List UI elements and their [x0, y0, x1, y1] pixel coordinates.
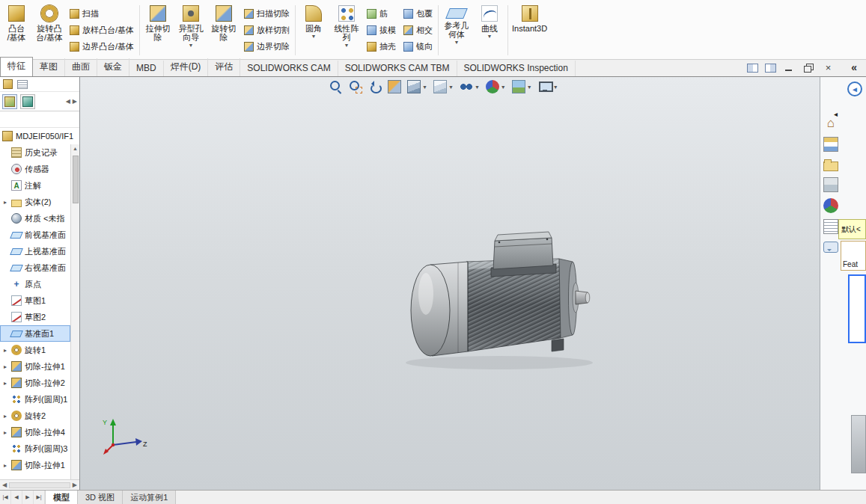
expand-arrow-icon[interactable]: ▸: [2, 363, 8, 370]
view-palette-icon[interactable]: [823, 177, 838, 192]
tree-item[interactable]: 上视基准面: [0, 243, 70, 259]
expand-arrow-icon[interactable]: ▸: [2, 429, 8, 436]
tab-scroll-last-icon[interactable]: ▶|: [34, 491, 45, 504]
pane-next-icon[interactable]: [765, 64, 776, 73]
curves-button[interactable]: 曲线 ▼: [473, 1, 506, 59]
ribbon-tab[interactable]: 评估: [208, 58, 240, 76]
tree-item[interactable]: 草图2: [0, 309, 70, 325]
expand-arrow-icon[interactable]: ▸: [2, 380, 8, 387]
tab-scroll-first-icon[interactable]: |◀: [0, 491, 11, 504]
wrap-button[interactable]: 包覆: [403, 6, 433, 21]
swept-cut-button[interactable]: 扫描切除: [244, 6, 290, 21]
expand-arrow-icon[interactable]: ▸: [2, 462, 8, 469]
file-explorer-icon[interactable]: [823, 162, 838, 171]
tab-featuremanager[interactable]: [2, 94, 17, 109]
boundary-cut-button[interactable]: 边界切除: [244, 40, 290, 55]
fillet-button[interactable]: 圆角 ▼: [297, 1, 330, 59]
tree-item[interactable]: 历史记录: [0, 144, 70, 161]
tree-root-item[interactable]: MDJEIF050/IF1: [0, 128, 79, 144]
mirror-button[interactable]: 镜向: [403, 40, 433, 55]
tree-item[interactable]: 草图1: [0, 292, 70, 309]
tree-item[interactable]: ▸ 切除-拉伸4: [0, 424, 70, 440]
scroll-up-icon[interactable]: ▲: [73, 144, 78, 153]
dropdown-caret-icon[interactable]: ▼: [311, 34, 317, 40]
motor-model[interactable]: [80, 77, 820, 490]
draft-button[interactable]: 拔模: [367, 22, 396, 37]
minimize-button[interactable]: [783, 62, 796, 73]
back-arrow-icon[interactable]: ◄: [847, 82, 862, 96]
scrollbar-thumb[interactable]: [73, 156, 79, 203]
lofted-boss-button[interactable]: 放样凸台/基体: [70, 22, 134, 37]
configuration-flyout[interactable]: 默认<: [838, 219, 866, 239]
scroll-right-icon[interactable]: ▶: [73, 482, 77, 488]
scroll-left-icon[interactable]: ◀: [2, 482, 7, 488]
tree-item[interactable]: 阵列(圆周)3: [0, 440, 70, 457]
document-tab[interactable]: 3D 视图: [78, 491, 123, 504]
ribbon-tab[interactable]: 特征: [0, 57, 33, 76]
tree-item[interactable]: 注解: [0, 177, 70, 194]
hscroll-track[interactable]: [9, 482, 70, 488]
document-tab[interactable]: 模型: [46, 491, 78, 504]
custom-properties-icon[interactable]: [823, 219, 838, 234]
revolved-boss-button[interactable]: 旋转凸 台/基体: [33, 1, 66, 59]
boundary-boss-button[interactable]: 边界凸台/基体: [70, 40, 134, 55]
ribbon-tab[interactable]: SOLIDWORKS CAM: [240, 61, 338, 76]
expand-arrow-icon[interactable]: ▸: [2, 347, 8, 354]
pane-previous-icon[interactable]: [747, 64, 758, 73]
lofted-cut-button[interactable]: 放样切割: [244, 22, 290, 37]
featuremanager-filter-icon[interactable]: [3, 79, 13, 89]
rib-button[interactable]: 筋: [367, 6, 396, 21]
tab-scroll-next-icon[interactable]: ▶: [22, 491, 34, 504]
tree-item[interactable]: 材质 <未指: [0, 210, 70, 227]
appearances-icon[interactable]: [823, 198, 838, 213]
tree-filter-area[interactable]: [0, 111, 79, 128]
restore-button[interactable]: [802, 62, 815, 73]
feature-flyout[interactable]: Feat: [841, 241, 866, 271]
tree-item[interactable]: 前视基准面: [0, 227, 70, 243]
close-button[interactable]: ×: [822, 62, 835, 73]
extruded-cut-button[interactable]: 拉伸切 除: [141, 1, 174, 59]
tree-item[interactable]: ▸ 旋转2: [0, 408, 70, 424]
dropdown-caret-icon[interactable]: ▼: [344, 43, 350, 49]
tree-item[interactable]: 基准面1: [0, 325, 70, 342]
panel-prev-arrow-icon[interactable]: ◀: [66, 98, 70, 105]
forum-icon[interactable]: [823, 242, 838, 253]
reference-geometry-button[interactable]: 参考几 何体 ▼: [440, 1, 473, 59]
expand-arrow-icon[interactable]: ▸: [2, 199, 8, 206]
extruded-boss-button[interactable]: 凸台 /基体: [0, 1, 33, 59]
tree-item[interactable]: ▸ 切除-拉伸1: [0, 457, 70, 473]
tab-scroll-prev-icon[interactable]: ◀: [11, 491, 22, 504]
shell-button[interactable]: 抽壳: [367, 40, 396, 55]
tree-item[interactable]: 传感器: [0, 161, 70, 177]
tree-scrollbar[interactable]: ▲: [70, 144, 79, 479]
dropdown-caret-icon[interactable]: ▼: [454, 40, 460, 46]
tree-item[interactable]: ▸ 实体(2): [0, 194, 70, 210]
ribbon-tab[interactable]: MBD: [129, 61, 164, 76]
hole-wizard-button[interactable]: 异型孔 向导 ▼: [174, 1, 207, 59]
tree-item[interactable]: 阵列(圆周)1: [0, 391, 70, 408]
ribbon-tab[interactable]: SOLIDWORKS Inspection: [457, 61, 576, 76]
ribbon-tab[interactable]: 草图: [33, 58, 65, 76]
ribbon-tab[interactable]: 曲面: [65, 58, 97, 76]
ribbon-tab[interactable]: 焊件(D): [164, 58, 209, 76]
design-library-icon[interactable]: [823, 137, 838, 152]
instant3d-button[interactable]: Instant3D: [510, 1, 549, 59]
tree-item[interactable]: ▸ 切除-拉伸1: [0, 358, 70, 375]
taskpane-collapse-button[interactable]: «: [847, 61, 862, 73]
ribbon-tab[interactable]: SOLIDWORKS CAM TBM: [338, 61, 457, 76]
intersect-button[interactable]: 相交: [403, 22, 433, 37]
home-icon[interactable]: ⌂: [823, 116, 838, 131]
linear-pattern-button[interactable]: 线性阵 列 ▼: [330, 1, 363, 59]
dropdown-caret-icon[interactable]: ▼: [189, 43, 194, 49]
tree-item[interactable]: ▸ 切除-拉伸2: [0, 375, 70, 391]
document-tab[interactable]: 运动算例1: [123, 491, 176, 504]
revolved-cut-button[interactable]: 旋转切 除: [207, 1, 240, 59]
panel-next-arrow-icon[interactable]: ▶: [73, 98, 77, 105]
tab-propertymanager[interactable]: [20, 94, 35, 109]
graphics-viewport[interactable]: ▼ ▼ ▼ ▼ ▼ ▼: [80, 77, 820, 490]
dropdown-caret-icon[interactable]: ▼: [487, 34, 493, 40]
panel-hscrollbar[interactable]: ◀ ▶: [0, 479, 79, 490]
swept-boss-button[interactable]: 扫描: [70, 6, 134, 21]
ribbon-tab[interactable]: 钣金: [97, 58, 129, 76]
tree-item[interactable]: 原点: [0, 276, 70, 292]
